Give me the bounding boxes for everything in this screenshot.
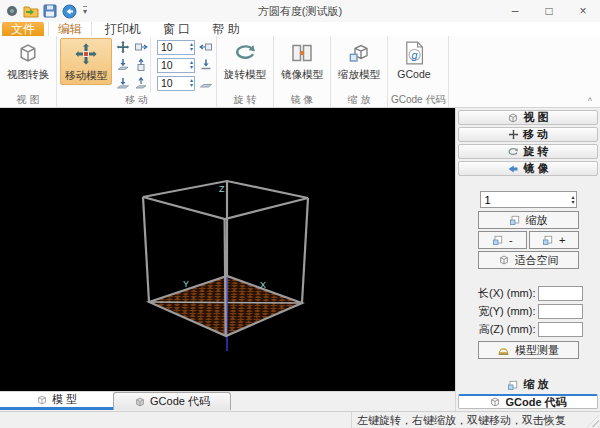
- model-measure-button[interactable]: 模型测量: [478, 341, 579, 359]
- scale-down-button[interactable]: -: [478, 231, 528, 249]
- scale-window-icon: [542, 234, 554, 246]
- app-icon: [4, 3, 20, 19]
- scale-up-button[interactable]: +: [529, 231, 579, 249]
- sidebar-spacer: [458, 361, 598, 376]
- panel-header-view-label: 视 图: [523, 110, 548, 125]
- status-bar: 左键旋转，右键缩放，双键移动，双击恢复: [0, 411, 600, 428]
- step-x-icon[interactable]: [199, 40, 213, 54]
- rotate-icon: [507, 146, 519, 158]
- move-free-icon[interactable]: [116, 40, 130, 54]
- tab-help[interactable]: 帮 助: [203, 22, 248, 36]
- move-step-buttons: [199, 38, 213, 92]
- model-viewport[interactable]: Z Y X: [0, 108, 455, 391]
- tab-gcode[interactable]: GCode 代码: [113, 392, 231, 410]
- tab-window[interactable]: 窗 口: [154, 22, 199, 36]
- panel-header-mirror[interactable]: 镜 像: [458, 161, 598, 176]
- gcode-icon: g: [402, 41, 426, 65]
- tab-edit[interactable]: 编辑: [48, 21, 92, 36]
- scale-panel: ▴▾ 缩放 - +: [458, 177, 598, 361]
- panel-header-gcode[interactable]: GCode 代码: [458, 394, 598, 409]
- move-x-icon[interactable]: [134, 40, 148, 54]
- view-transform-label: 视图转换: [7, 68, 49, 82]
- window-controls: – □ ×: [498, 0, 600, 22]
- ribbon-group-rotate: 旋转模型 旋 转: [217, 36, 274, 107]
- height-z-label: 高(Z) (mm):: [474, 322, 536, 337]
- resize-grip-icon[interactable]: [587, 415, 599, 427]
- drop-to-platform-icon[interactable]: [116, 58, 130, 72]
- move-y-stepper[interactable]: ▴▾: [157, 58, 195, 73]
- move-icon: [508, 129, 519, 140]
- tab-printer[interactable]: 打印机: [96, 22, 150, 36]
- group-label-rotate: 旋 转: [220, 93, 270, 107]
- height-z-field[interactable]: [538, 322, 583, 337]
- tab-file[interactable]: 文件: [2, 22, 44, 36]
- move-y-value[interactable]: [158, 59, 182, 71]
- minimize-button[interactable]: –: [498, 0, 532, 22]
- main-area: Z Y X 模 型 GCode 代码 视 图: [0, 108, 600, 411]
- svg-text:g: g: [412, 49, 418, 61]
- move-x-stepper[interactable]: ▴▾: [157, 40, 195, 55]
- scale-step-buttons: - +: [478, 231, 579, 249]
- scale-apply-label: 缩放: [526, 213, 548, 228]
- move-z-stepper[interactable]: ▴▾: [157, 76, 195, 91]
- qat-overflow-icon[interactable]: ▾: [83, 6, 87, 16]
- maximize-button[interactable]: □: [532, 0, 566, 22]
- open-file-icon[interactable]: [23, 3, 39, 19]
- tab-model[interactable]: 模 型: [0, 392, 113, 410]
- panel-header-rotate-label: 旋 转: [523, 144, 548, 159]
- center-on-platform-icon[interactable]: [116, 76, 130, 90]
- move-z-icon[interactable]: [134, 76, 148, 90]
- ribbon: 视图转换 视 图 移动模型: [0, 36, 600, 108]
- group-label-view: 视 图: [3, 93, 53, 107]
- move-icon: [74, 42, 98, 66]
- cube-icon: [507, 112, 519, 124]
- panel-header-view[interactable]: 视 图: [458, 110, 598, 125]
- tool-sidebar: 视 图 移 动 旋 转 镜 像 ▴▾: [455, 108, 600, 411]
- update-icon[interactable]: [61, 3, 77, 19]
- stepper-arrows-icon[interactable]: ▴▾: [190, 60, 194, 70]
- save-icon[interactable]: [42, 3, 58, 19]
- panel-header-mirror-label: 镜 像: [523, 161, 548, 176]
- scale-apply-button[interactable]: 缩放: [478, 211, 579, 229]
- fit-space-button[interactable]: 适合空间: [478, 251, 579, 269]
- rotate-model-button[interactable]: 旋转模型: [220, 38, 270, 83]
- mirror-model-button[interactable]: 镜像模型: [277, 38, 327, 83]
- fit-space-label: 适合空间: [515, 253, 559, 268]
- gcode-button[interactable]: g GCode: [391, 38, 437, 81]
- move-x-value[interactable]: [158, 41, 182, 53]
- scale-model-button[interactable]: 缩放模型: [334, 38, 384, 83]
- group-label-scale: 缩 放: [334, 93, 384, 107]
- status-left-pane: [0, 412, 352, 428]
- scale-factor-value[interactable]: [481, 194, 561, 206]
- platform-icon[interactable]: [199, 76, 213, 90]
- step-z-down-icon[interactable]: [199, 58, 213, 72]
- ribbon-collapse-icon[interactable]: ^: [588, 97, 592, 106]
- stepper-arrows-icon[interactable]: ▴▾: [190, 42, 194, 52]
- stepper-arrows-icon[interactable]: ▴▾: [190, 78, 194, 88]
- width-y-field[interactable]: [538, 304, 583, 319]
- group-label-move: 移 动: [60, 93, 213, 107]
- ribbon-group-scale: 缩放模型 缩 放: [331, 36, 388, 107]
- tab-gcode-label: GCode 代码: [150, 394, 210, 409]
- move-z-value[interactable]: [158, 77, 182, 89]
- width-y-label: 宽(Y) (mm):: [474, 304, 536, 319]
- move-model-button[interactable]: 移动模型: [60, 38, 112, 85]
- panel-header-move-label: 移 动: [523, 127, 548, 142]
- move-small-buttons: [116, 38, 148, 92]
- length-x-field[interactable]: [538, 286, 583, 301]
- ribbon-group-view: 视图转换 视 图: [0, 36, 57, 107]
- panel-header-rotate[interactable]: 旋 转: [458, 144, 598, 159]
- stepper-arrows-icon[interactable]: ▴▾: [571, 195, 575, 205]
- panel-header-move[interactable]: 移 动: [458, 127, 598, 142]
- measure-icon: [497, 344, 510, 357]
- move-y-icon[interactable]: [134, 58, 148, 72]
- axis-label-y: Y: [183, 279, 189, 289]
- cube-icon: [16, 41, 40, 65]
- scale-factor-stepper[interactable]: ▴▾: [480, 191, 577, 208]
- length-x-label: 长(X) (mm):: [474, 286, 536, 301]
- mirror-icon: [290, 41, 314, 65]
- ribbon-group-gcode: g GCode GCode 代码: [388, 36, 449, 107]
- view-transform-button[interactable]: 视图转换: [3, 38, 53, 83]
- close-button[interactable]: ×: [566, 0, 600, 22]
- panel-header-scale[interactable]: 缩 放: [458, 377, 598, 392]
